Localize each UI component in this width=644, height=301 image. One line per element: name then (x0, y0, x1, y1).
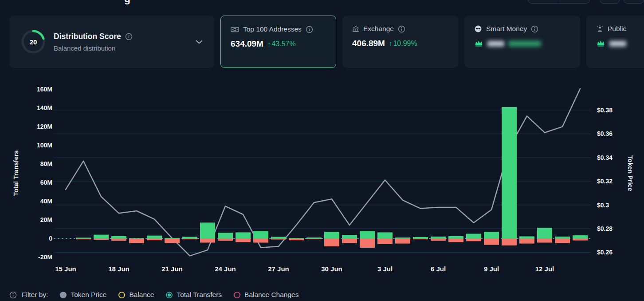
bar-inflow (111, 236, 126, 238)
bar-outflow (502, 238, 517, 246)
bar-outflow (377, 238, 393, 244)
bar-inflow (519, 236, 534, 238)
filter-option-balance-changes[interactable]: Balance Changes (234, 291, 298, 299)
bar-inflow (200, 222, 215, 238)
y-axis-right-tick: $0.32 (597, 177, 613, 185)
blurred-value (609, 41, 626, 47)
x-axis-tick: 9 Jul (474, 265, 509, 273)
balance-changes-marker-icon (234, 292, 240, 298)
up-arrow-icon: ↑ (267, 40, 271, 48)
bar-inflow (129, 238, 144, 238)
card-label: Smart Money (486, 25, 527, 33)
card-exchange[interactable]: Exchange 406.89M ↑10.99% (342, 16, 458, 68)
bar-inflow (76, 238, 91, 238)
x-axis-tick: 12 Jul (527, 265, 562, 273)
filter-option-token-price[interactable]: Token Price (60, 291, 106, 299)
bar-inflow (502, 107, 517, 238)
bar-outflow (537, 238, 552, 243)
card-smart-money[interactable]: Smart Money (464, 16, 580, 68)
x-axis-tick: 24 Jun (208, 265, 243, 273)
bar-outflow (200, 238, 215, 243)
bar-inflow (360, 231, 375, 238)
x-axis-tick: 15 Jun (48, 265, 83, 273)
x-axis-tick: 21 Jun (154, 265, 190, 273)
y-axis-left-tick: 100M (0, 141, 52, 149)
crown-icon (596, 40, 605, 47)
filter-option-label: Balance (129, 291, 154, 299)
x-axis-tick: 6 Jul (420, 265, 456, 273)
header-button-2[interactable] (624, 0, 644, 4)
bar-inflow (342, 235, 357, 238)
bar-outflow (76, 238, 91, 239)
x-axis-tick: 3 Jul (367, 265, 403, 273)
bar-inflow (147, 236, 162, 238)
chart-plot-area (0, 80, 644, 277)
bar-inflow (306, 238, 322, 238)
public-figure-icon (596, 25, 604, 32)
bar-inflow (395, 238, 410, 238)
info-icon[interactable] (306, 26, 313, 33)
bar-outflow (147, 238, 162, 240)
filter-bar: Filter by: Token Price Balance Total Tra… (0, 289, 644, 301)
up-arrow-icon: ↑ (389, 40, 393, 47)
y-axis-left-tick: 0 (0, 234, 52, 242)
chevron-down-icon[interactable] (196, 40, 203, 44)
header-button-1[interactable] (600, 0, 620, 4)
bar-inflow (271, 237, 286, 238)
y-axis-right-tick: $0.36 (597, 130, 613, 138)
info-icon[interactable] (9, 291, 17, 299)
bar-outflow (111, 238, 126, 241)
filter-option-label: Balance Changes (244, 291, 298, 299)
money-icon (231, 26, 239, 33)
bar-inflow (555, 237, 570, 238)
bar-outflow (253, 238, 268, 243)
bar-outflow (324, 238, 339, 246)
bar-outflow (182, 238, 197, 239)
distribution-score-gauge: 20 (21, 29, 46, 54)
y-axis-right-tick: $0.3 (597, 201, 609, 209)
y-axis-left-tick: 120M (0, 123, 52, 131)
bar-inflow (236, 232, 251, 238)
y-axis-right-tick: $0.28 (597, 225, 613, 233)
card-value: 406.89M (352, 39, 385, 48)
bar-inflow (484, 232, 499, 238)
filter-option-total-transfers[interactable]: Total Transfers (166, 291, 222, 299)
bar-outflow (218, 238, 233, 241)
distribution-score-card[interactable]: 20 Distribution Score Balanced distribut… (9, 16, 214, 68)
bar-outflow (289, 238, 304, 240)
card-public-figures[interactable]: Public (586, 16, 644, 68)
bar-outflow (360, 238, 375, 248)
card-value: 634.09M (231, 39, 263, 49)
smart-money-icon (474, 25, 482, 33)
info-icon[interactable] (531, 25, 538, 33)
bar-outflow (129, 238, 144, 243)
bar-outflow (306, 238, 322, 239)
filter-option-balance[interactable]: Balance (118, 291, 154, 299)
bar-outflow (448, 238, 463, 242)
bar-inflow (324, 232, 339, 238)
info-icon[interactable] (125, 33, 133, 40)
card-change: ↑43.57% (267, 40, 296, 48)
bar-inflow (182, 237, 197, 238)
header-segmented-control[interactable] (528, 0, 590, 4)
card-top-100-addresses[interactable]: Top 100 Addresses 634.09M ↑43.57% (220, 16, 336, 68)
bar-inflow (413, 237, 428, 238)
bar-inflow (94, 235, 109, 238)
bar-outflow (236, 238, 251, 242)
bar-inflow (377, 232, 393, 238)
bar-inflow (253, 231, 268, 238)
y-axis-left-tick: 140M (0, 104, 52, 112)
x-axis-tick: 30 Jun (314, 265, 349, 273)
card-change: ↑10.99% (389, 40, 417, 48)
filter-by-label: Filter by: (22, 291, 48, 299)
distribution-score-subtitle: Balanced distribution (54, 44, 133, 52)
crown-icon (474, 40, 483, 47)
x-axis-tick: 27 Jun (261, 265, 296, 273)
balance-marker-icon (118, 292, 125, 298)
info-icon[interactable] (398, 25, 405, 33)
bar-outflow (573, 238, 588, 241)
bar-outflow (466, 238, 481, 241)
filter-option-label: Token Price (71, 291, 106, 299)
bar-outflow (395, 238, 410, 244)
transfers-price-chart: Total Transfers Token Price 160M140M120M… (0, 80, 644, 277)
